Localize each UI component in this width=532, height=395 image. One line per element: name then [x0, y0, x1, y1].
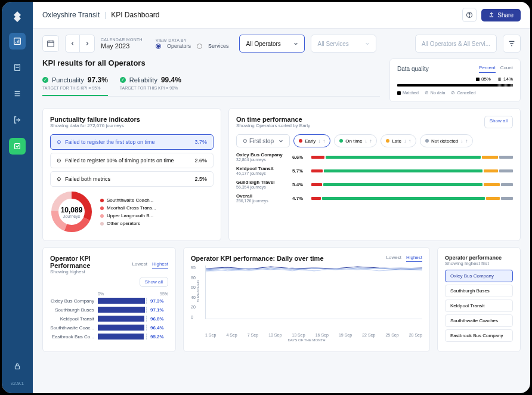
otp-show-all-button[interactable]: Show all: [484, 116, 513, 128]
nav-special[interactable]: [9, 138, 26, 155]
calendar-button[interactable]: [42, 35, 59, 52]
operator-dropdown[interactable]: All Operators: [239, 35, 305, 53]
otp-card: On time performance Showing Operators so…: [228, 108, 521, 241]
filter-icon[interactable]: [503, 35, 521, 53]
operator-item[interactable]: Eastbrook Bus Company: [445, 329, 513, 342]
tab-punctuality[interactable]: ✓ Punctuality 97.3% TARGET FOR THIS KPI …: [42, 71, 108, 96]
svg-rect-11: [15, 144, 20, 149]
tab-reliability[interactable]: ✓ Reliability 99.4% TARGET FOR THIS KPI …: [120, 71, 181, 96]
nav-reports[interactable]: [9, 59, 26, 76]
otp-row: Overall256,126 journeys 4.7%: [236, 193, 513, 203]
data-quality-card: Data quality Percent Count 85% 14% Match…: [389, 58, 521, 102]
svg-rect-15: [48, 41, 54, 47]
nav-list[interactable]: [9, 85, 26, 102]
check-icon: ✓: [120, 77, 126, 83]
version-label: v2.9.1: [11, 381, 24, 386]
operator-item[interactable]: Souththwaite Coaches: [445, 314, 513, 327]
otp-pill-not-detected[interactable]: Not detected↓↑: [420, 134, 473, 147]
radio-services[interactable]: [197, 44, 202, 49]
breadcrumb-org: Oxleyshire Transit: [42, 11, 100, 19]
nav-exit[interactable]: [9, 112, 26, 128]
pfi-card: Punctuality failure indicators Showing d…: [42, 108, 221, 241]
otp-row: Oxley Bus Company32,864 journeys 6.6%: [236, 152, 513, 162]
nav-dashboard[interactable]: [9, 33, 26, 50]
share-button[interactable]: Share: [481, 9, 521, 21]
pfi-item-2[interactable]: ⊙Failed both metrics2.5%: [50, 171, 214, 187]
data-quality-bar: [397, 84, 513, 87]
filter-bar: CALENDAR MONTH May 2023 VIEW DATA BY Ope…: [33, 29, 530, 58]
radio-operators[interactable]: [156, 44, 161, 49]
otp-row: Keldpool Transit46,177 journeys 5.7%: [236, 166, 513, 175]
perf-show-all-button[interactable]: Show all: [140, 277, 168, 287]
pfi-item-0[interactable]: ⊙Failed to register the first stop on ti…: [50, 134, 214, 150]
operator-item[interactable]: Keldpool Transit: [445, 300, 513, 312]
otp-stop-dropdown[interactable]: ⊙First stop: [236, 134, 290, 147]
bar-row: Oxley Bus Company97.3%: [50, 298, 168, 304]
service-dropdown[interactable]: All Services: [311, 35, 376, 53]
daily-line-card: Operator KPI performance: Daily over tim…: [183, 247, 430, 352]
app-logo-icon: [10, 9, 24, 23]
kpi-section-title: KPI results for all Operators: [42, 58, 380, 67]
svg-point-14: [469, 16, 470, 17]
otp-row: Guildleigh Travel56,354 journeys 5.4%: [236, 180, 513, 189]
otp-pill-on-time[interactable]: On time↓↑: [334, 134, 377, 147]
line-sort-lowest[interactable]: Lowest: [386, 255, 401, 262]
line-chart-area: [205, 266, 422, 319]
svg-rect-12: [16, 366, 20, 369]
operator-list-card: Operator performance Showing highest fir…: [437, 247, 521, 352]
calendar-month-label: CALENDAR MONTH: [101, 38, 143, 42]
breadcrumb: Oxleyshire Transit | KPI Dashboard: [42, 11, 160, 19]
donut-chart: 10,089 Journeys: [50, 190, 93, 233]
view-data-label: VIEW DATA BY: [156, 38, 229, 42]
otp-pill-early[interactable]: Early↓↑: [293, 134, 330, 147]
operator-item[interactable]: Oxley Bus Company: [445, 270, 513, 282]
sidebar: v2.9.1: [2, 2, 33, 393]
nav-lock-icon[interactable]: [9, 358, 26, 375]
sort-highest[interactable]: Highest: [152, 261, 168, 269]
page-title: KPI Dashboard: [111, 11, 159, 19]
prev-month-button[interactable]: [66, 35, 80, 52]
sort-lowest[interactable]: Lowest: [132, 261, 147, 269]
combined-dropdown[interactable]: All Operators & All Servi...: [415, 35, 497, 53]
topbar: Oxleyshire Transit | KPI Dashboard Share: [33, 2, 530, 29]
operator-item[interactable]: Southburgh Buses: [445, 285, 513, 297]
check-icon: ✓: [42, 77, 48, 83]
dq-tab-percent[interactable]: Percent: [479, 65, 496, 73]
pfi-item-1[interactable]: ⊙Failed to register 10% of timing points…: [50, 153, 214, 168]
calendar-month-value: May 2023: [101, 42, 143, 50]
bar-row: Southburgh Buses97.1%: [50, 307, 168, 313]
next-month-button[interactable]: [80, 35, 94, 52]
dq-tab-count[interactable]: Count: [500, 65, 513, 73]
operator-kpi-bar-card: Operator KPI Performance Showing highest…: [42, 247, 176, 352]
bar-row: Eastbrook Bus Co...95.2%: [50, 334, 168, 340]
line-sort-highest[interactable]: Highest: [406, 255, 422, 262]
otp-pill-late[interactable]: Late↓↑: [381, 134, 416, 147]
bar-row: Keldpool Transit96.8%: [50, 316, 168, 322]
bar-row: Souththwaite Coac...96.4%: [50, 325, 168, 331]
help-icon[interactable]: [462, 8, 477, 22]
